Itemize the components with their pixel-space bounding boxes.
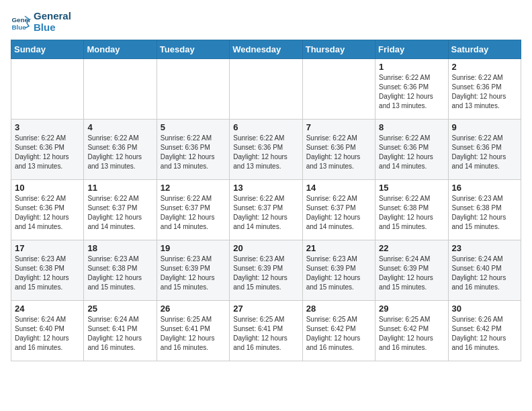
calendar-cell: 14Sunrise: 6:22 AM Sunset: 6:37 PM Dayli… — [302, 180, 375, 240]
calendar-cell: 22Sunrise: 6:24 AM Sunset: 6:39 PM Dayli… — [375, 240, 448, 301]
day-info: Sunrise: 6:24 AM Sunset: 6:40 PM Dayligh… — [15, 315, 80, 353]
day-number: 27 — [233, 304, 298, 314]
logo: General Blue General Blue — [11, 11, 71, 33]
weekday-header: Saturday — [448, 40, 521, 59]
day-info: Sunrise: 6:22 AM Sunset: 6:36 PM Dayligh… — [161, 134, 226, 171]
day-info: Sunrise: 6:22 AM Sunset: 6:36 PM Dayligh… — [15, 194, 80, 232]
day-number: 4 — [87, 122, 152, 132]
day-number: 9 — [452, 122, 517, 132]
day-number: 23 — [452, 243, 517, 253]
page-header: General Blue General Blue — [11, 11, 521, 33]
day-info: Sunrise: 6:22 AM Sunset: 6:37 PM Dayligh… — [306, 194, 371, 232]
day-info: Sunrise: 6:24 AM Sunset: 6:41 PM Dayligh… — [87, 315, 152, 353]
day-info: Sunrise: 6:22 AM Sunset: 6:37 PM Dayligh… — [233, 194, 298, 232]
day-number: 1 — [379, 62, 444, 72]
weekday-header: Tuesday — [157, 40, 229, 59]
calendar-cell: 2Sunrise: 6:22 AM Sunset: 6:36 PM Daylig… — [448, 59, 521, 120]
calendar-week-row: 24Sunrise: 6:24 AM Sunset: 6:40 PM Dayli… — [11, 301, 521, 361]
calendar-cell: 5Sunrise: 6:22 AM Sunset: 6:36 PM Daylig… — [157, 120, 229, 180]
calendar-cell: 30Sunrise: 6:26 AM Sunset: 6:42 PM Dayli… — [448, 301, 521, 361]
calendar-cell — [302, 59, 375, 120]
calendar-cell: 1Sunrise: 6:22 AM Sunset: 6:36 PM Daylig… — [375, 59, 448, 120]
calendar-cell: 10Sunrise: 6:22 AM Sunset: 6:36 PM Dayli… — [11, 180, 84, 240]
weekday-header: Sunday — [11, 40, 84, 59]
calendar-cell — [11, 59, 84, 120]
day-info: Sunrise: 6:23 AM Sunset: 6:39 PM Dayligh… — [233, 255, 298, 292]
day-number: 11 — [87, 183, 152, 193]
day-info: Sunrise: 6:22 AM Sunset: 6:36 PM Dayligh… — [306, 134, 371, 171]
day-number: 12 — [161, 183, 226, 193]
day-info: Sunrise: 6:22 AM Sunset: 6:36 PM Dayligh… — [233, 134, 298, 171]
day-number: 29 — [379, 304, 444, 314]
day-number: 2 — [452, 62, 517, 72]
day-number: 28 — [306, 304, 371, 314]
day-info: Sunrise: 6:23 AM Sunset: 6:38 PM Dayligh… — [87, 255, 152, 292]
calendar-cell: 8Sunrise: 6:22 AM Sunset: 6:36 PM Daylig… — [375, 120, 448, 180]
day-info: Sunrise: 6:22 AM Sunset: 6:36 PM Dayligh… — [452, 73, 517, 111]
calendar-cell: 4Sunrise: 6:22 AM Sunset: 6:36 PM Daylig… — [84, 120, 157, 180]
day-info: Sunrise: 6:22 AM Sunset: 6:36 PM Dayligh… — [452, 134, 517, 171]
calendar-table: SundayMondayTuesdayWednesdayThursdayFrid… — [11, 40, 521, 361]
calendar-cell: 20Sunrise: 6:23 AM Sunset: 6:39 PM Dayli… — [230, 240, 302, 301]
calendar-cell: 18Sunrise: 6:23 AM Sunset: 6:38 PM Dayli… — [84, 240, 157, 301]
calendar-cell: 26Sunrise: 6:25 AM Sunset: 6:41 PM Dayli… — [157, 301, 229, 361]
calendar-week-row: 3Sunrise: 6:22 AM Sunset: 6:36 PM Daylig… — [11, 120, 521, 180]
logo-text-general: General — [34, 11, 71, 22]
day-number: 14 — [306, 183, 371, 193]
calendar-week-row: 1Sunrise: 6:22 AM Sunset: 6:36 PM Daylig… — [11, 59, 521, 120]
day-number: 17 — [15, 243, 80, 253]
day-info: Sunrise: 6:22 AM Sunset: 6:37 PM Dayligh… — [161, 194, 226, 232]
day-number: 3 — [15, 122, 80, 132]
day-info: Sunrise: 6:26 AM Sunset: 6:42 PM Dayligh… — [452, 315, 517, 353]
calendar-cell: 13Sunrise: 6:22 AM Sunset: 6:37 PM Dayli… — [230, 180, 302, 240]
day-number: 18 — [87, 243, 152, 253]
calendar-cell: 29Sunrise: 6:25 AM Sunset: 6:42 PM Dayli… — [375, 301, 448, 361]
day-number: 8 — [379, 122, 444, 132]
day-number: 20 — [233, 243, 298, 253]
weekday-header: Wednesday — [230, 40, 302, 59]
day-number: 25 — [87, 304, 152, 314]
day-info: Sunrise: 6:22 AM Sunset: 6:36 PM Dayligh… — [87, 134, 152, 171]
day-info: Sunrise: 6:25 AM Sunset: 6:42 PM Dayligh… — [379, 315, 444, 353]
calendar-cell: 17Sunrise: 6:23 AM Sunset: 6:38 PM Dayli… — [11, 240, 84, 301]
day-info: Sunrise: 6:22 AM Sunset: 6:36 PM Dayligh… — [379, 134, 444, 171]
day-number: 30 — [452, 304, 517, 314]
calendar-week-row: 10Sunrise: 6:22 AM Sunset: 6:36 PM Dayli… — [11, 180, 521, 240]
day-number: 10 — [15, 183, 80, 193]
logo-icon: General Blue — [11, 12, 31, 32]
calendar-cell: 27Sunrise: 6:25 AM Sunset: 6:41 PM Dayli… — [230, 301, 302, 361]
day-info: Sunrise: 6:24 AM Sunset: 6:39 PM Dayligh… — [379, 255, 444, 292]
calendar-cell: 21Sunrise: 6:23 AM Sunset: 6:39 PM Dayli… — [302, 240, 375, 301]
calendar-cell: 7Sunrise: 6:22 AM Sunset: 6:36 PM Daylig… — [302, 120, 375, 180]
svg-text:Blue: Blue — [12, 23, 27, 30]
calendar-cell — [230, 59, 302, 120]
calendar-cell: 23Sunrise: 6:24 AM Sunset: 6:40 PM Dayli… — [448, 240, 521, 301]
day-number: 22 — [379, 243, 444, 253]
weekday-header: Thursday — [302, 40, 375, 59]
calendar-cell: 24Sunrise: 6:24 AM Sunset: 6:40 PM Dayli… — [11, 301, 84, 361]
day-info: Sunrise: 6:22 AM Sunset: 6:36 PM Dayligh… — [379, 73, 444, 111]
day-info: Sunrise: 6:22 AM Sunset: 6:37 PM Dayligh… — [87, 194, 152, 232]
day-info: Sunrise: 6:23 AM Sunset: 6:39 PM Dayligh… — [161, 255, 226, 292]
day-number: 26 — [161, 304, 226, 314]
day-info: Sunrise: 6:23 AM Sunset: 6:39 PM Dayligh… — [306, 255, 371, 292]
day-info: Sunrise: 6:25 AM Sunset: 6:42 PM Dayligh… — [306, 315, 371, 353]
day-number: 15 — [379, 183, 444, 193]
calendar-cell: 25Sunrise: 6:24 AM Sunset: 6:41 PM Dayli… — [84, 301, 157, 361]
day-number: 16 — [452, 183, 517, 193]
day-info: Sunrise: 6:22 AM Sunset: 6:38 PM Dayligh… — [379, 194, 444, 232]
calendar-cell: 6Sunrise: 6:22 AM Sunset: 6:36 PM Daylig… — [230, 120, 302, 180]
day-number: 6 — [233, 122, 298, 132]
day-info: Sunrise: 6:23 AM Sunset: 6:38 PM Dayligh… — [15, 255, 80, 292]
day-info: Sunrise: 6:22 AM Sunset: 6:36 PM Dayligh… — [15, 134, 80, 171]
calendar-cell: 15Sunrise: 6:22 AM Sunset: 6:38 PM Dayli… — [375, 180, 448, 240]
weekday-header: Monday — [84, 40, 157, 59]
calendar-cell: 28Sunrise: 6:25 AM Sunset: 6:42 PM Dayli… — [302, 301, 375, 361]
day-number: 13 — [233, 183, 298, 193]
calendar-cell — [157, 59, 229, 120]
day-number: 24 — [15, 304, 80, 314]
day-number: 21 — [306, 243, 371, 253]
day-info: Sunrise: 6:23 AM Sunset: 6:38 PM Dayligh… — [452, 194, 517, 232]
day-info: Sunrise: 6:24 AM Sunset: 6:40 PM Dayligh… — [452, 255, 517, 292]
calendar-cell: 16Sunrise: 6:23 AM Sunset: 6:38 PM Dayli… — [448, 180, 521, 240]
